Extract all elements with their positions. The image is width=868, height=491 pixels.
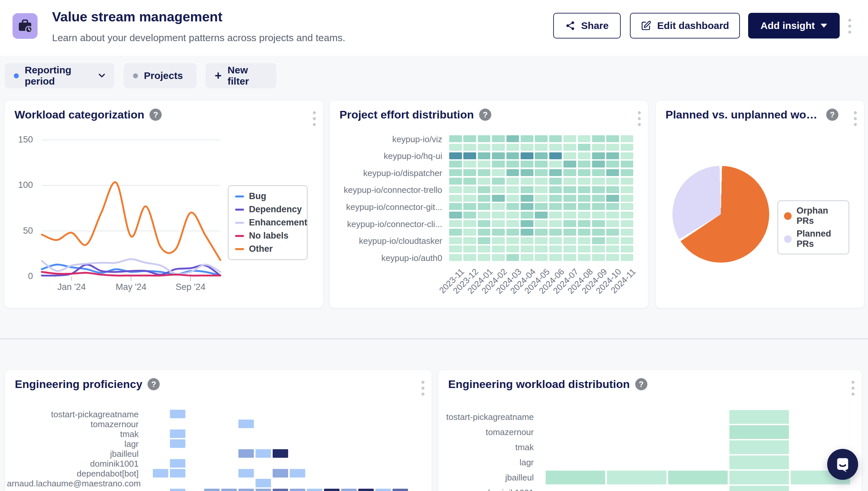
heatmap-cell[interactable] xyxy=(463,144,476,151)
chat-launcher-button[interactable] xyxy=(827,449,858,480)
heatmap-cell[interactable] xyxy=(563,152,576,159)
heatmap-cell[interactable] xyxy=(478,186,491,193)
share-button[interactable]: Share xyxy=(553,13,621,38)
heatmap-cell[interactable] xyxy=(478,178,491,184)
heatmap-cell[interactable] xyxy=(506,186,519,193)
heatmap-cell[interactable] xyxy=(492,254,505,261)
help-icon[interactable]: ? xyxy=(635,378,647,390)
heatmap-cell[interactable] xyxy=(563,178,576,184)
heatmap-cell[interactable] xyxy=(506,203,519,210)
heatmap-cell[interactable] xyxy=(621,152,634,159)
legend-entry[interactable]: Other xyxy=(235,244,300,254)
heatmap-cell[interactable] xyxy=(592,161,605,168)
heatmap-cell[interactable] xyxy=(358,489,374,491)
heatmap-cell[interactable] xyxy=(578,229,591,236)
help-icon[interactable]: ? xyxy=(826,109,838,121)
heatmap-cell[interactable] xyxy=(606,203,619,210)
reporting-period-filter[interactable]: Reporting period xyxy=(5,63,114,88)
heatmap-cell[interactable] xyxy=(506,178,519,184)
heatmap-cell[interactable] xyxy=(621,144,634,151)
heatmap-cell[interactable] xyxy=(535,161,548,168)
heatmap-cell[interactable] xyxy=(449,135,462,142)
heatmap-cell[interactable] xyxy=(621,169,634,176)
heatmap-cell[interactable] xyxy=(563,161,576,168)
heatmap-cell[interactable] xyxy=(621,135,634,142)
heatmap-cell[interactable] xyxy=(563,203,576,210)
heatmap-cell[interactable] xyxy=(549,152,562,159)
heatmap-cell[interactable] xyxy=(478,169,491,176)
heatmap-cell[interactable] xyxy=(563,220,576,227)
heatmap-cell[interactable] xyxy=(521,161,533,168)
heatmap-cell[interactable] xyxy=(578,246,591,252)
heatmap-cell[interactable] xyxy=(549,195,562,202)
heatmap-cell[interactable] xyxy=(549,144,562,151)
heatmap-cell[interactable] xyxy=(578,161,591,168)
heatmap-cell[interactable] xyxy=(463,169,476,176)
heatmap-cell[interactable] xyxy=(492,203,505,210)
heatmap-cell[interactable] xyxy=(578,195,591,202)
heatmap-cell[interactable] xyxy=(521,237,533,244)
heatmap-cell[interactable] xyxy=(578,203,591,210)
heatmap-cell[interactable] xyxy=(535,169,548,176)
heatmap-cell[interactable] xyxy=(549,229,562,236)
heatmap-cell[interactable] xyxy=(170,469,186,478)
heatmap-cell[interactable] xyxy=(521,135,533,142)
heatmap-cell[interactable] xyxy=(549,246,562,252)
heatmap-cell[interactable] xyxy=(549,254,562,261)
heatmap-cell[interactable] xyxy=(549,211,562,219)
heatmap-cell[interactable] xyxy=(463,246,476,252)
heatmap-cell[interactable] xyxy=(578,144,591,151)
heatmap-cell[interactable] xyxy=(341,489,357,491)
heatmap-cell[interactable] xyxy=(592,152,605,159)
heatmap-cell[interactable] xyxy=(255,449,271,458)
heatmap-cell[interactable] xyxy=(449,237,462,244)
heatmap-cell[interactable] xyxy=(563,246,576,252)
heatmap-cell[interactable] xyxy=(535,229,548,236)
heatmap-cell[interactable] xyxy=(239,449,254,458)
heatmap-cell[interactable] xyxy=(592,169,605,176)
heatmap-cell[interactable] xyxy=(606,144,619,151)
heatmap-cell[interactable] xyxy=(621,246,634,252)
heatmap-cell[interactable] xyxy=(478,152,491,159)
heatmap-cell[interactable] xyxy=(563,237,576,244)
heatmap-cell[interactable] xyxy=(506,246,519,252)
heatmap-cell[interactable] xyxy=(153,469,168,478)
heatmap-cell[interactable] xyxy=(449,144,462,151)
heatmap-cell[interactable] xyxy=(463,178,476,184)
heatmap-cell[interactable] xyxy=(170,439,186,448)
heatmap-cell[interactable] xyxy=(549,169,562,176)
heatmap-cell[interactable] xyxy=(449,211,462,219)
heatmap-cell[interactable] xyxy=(463,186,476,193)
heatmap-cell[interactable] xyxy=(506,220,519,227)
bar-segment[interactable] xyxy=(729,410,789,424)
legend-entry[interactable]: No labels xyxy=(235,231,300,241)
heatmap-cell[interactable] xyxy=(606,220,619,227)
pie-chart[interactable] xyxy=(672,166,769,263)
heatmap-cell[interactable] xyxy=(478,237,491,244)
heatmap-cell[interactable] xyxy=(535,220,548,227)
heatmap-cell[interactable] xyxy=(621,237,634,244)
heatmap-cell[interactable] xyxy=(621,186,634,193)
heatmap-cell[interactable] xyxy=(549,186,562,193)
heatmap-cell[interactable] xyxy=(492,152,505,159)
heatmap-cell[interactable] xyxy=(492,195,505,202)
legend-entry[interactable]: Dependency xyxy=(235,204,300,214)
heatmap-cell[interactable] xyxy=(478,229,491,236)
heatmap-cell[interactable] xyxy=(563,195,576,202)
new-filter-button[interactable]: + New filter xyxy=(205,63,276,88)
heatmap-cell[interactable] xyxy=(606,237,619,244)
heatmap-cell[interactable] xyxy=(535,237,548,244)
heatmap-cell[interactable] xyxy=(463,152,476,159)
heatmap-cell[interactable] xyxy=(535,152,548,159)
heatmap-cell[interactable] xyxy=(449,161,462,168)
legend-entry[interactable]: Orphan PRs xyxy=(784,206,843,226)
heatmap-cell[interactable] xyxy=(606,211,619,219)
heatmap-cell[interactable] xyxy=(521,169,533,176)
heatmap-cell[interactable] xyxy=(463,220,476,227)
heatmap-cell[interactable] xyxy=(606,246,619,252)
heatmap-cell[interactable] xyxy=(521,229,533,236)
heatmap-cell[interactable] xyxy=(578,152,591,159)
heatmap-cell[interactable] xyxy=(549,161,562,168)
heatmap-cell[interactable] xyxy=(606,161,619,168)
heatmap-cell[interactable] xyxy=(592,246,605,252)
